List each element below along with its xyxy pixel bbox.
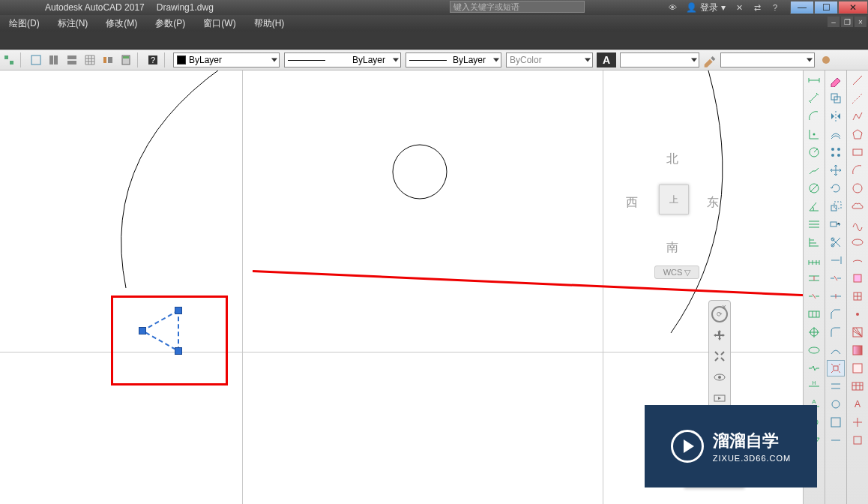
diameter-dim-icon[interactable]: [805, 180, 823, 196]
tool-extra-icon[interactable]: [818, 53, 834, 67]
matchprops-button[interactable]: [702, 52, 718, 68]
join-icon[interactable]: [827, 288, 845, 304]
explode-button[interactable]: [827, 360, 845, 376]
arc-dim-icon[interactable]: [805, 108, 823, 124]
tool-help2-icon[interactable]: ?: [145, 53, 161, 67]
jogged-dim-icon[interactable]: [805, 162, 823, 178]
chamfer-icon[interactable]: [827, 306, 845, 322]
pan-icon[interactable]: [711, 326, 729, 344]
lineweight-dropdown[interactable]: ByLayer: [406, 52, 501, 68]
block-insert-icon[interactable]: [849, 270, 867, 286]
tool-layer-icon[interactable]: [28, 53, 44, 67]
mdi-close-button[interactable]: ×: [855, 16, 867, 27]
array-icon[interactable]: [827, 144, 845, 160]
menu-draw[interactable]: 绘图(D): [0, 17, 49, 30]
offset-icon[interactable]: [827, 126, 845, 142]
stretch-icon[interactable]: [827, 216, 845, 232]
tool-calc-icon[interactable]: [118, 53, 134, 67]
inspect-icon[interactable]: [805, 342, 823, 358]
aligned-dim-icon[interactable]: [805, 90, 823, 106]
binocular-icon[interactable]: 👁: [665, 2, 680, 14]
erase-icon[interactable]: [827, 72, 845, 88]
fillet-icon[interactable]: [827, 324, 845, 340]
pline-icon[interactable]: [849, 108, 867, 124]
angular-dim-icon[interactable]: [805, 198, 823, 214]
tool-layer3-icon[interactable]: [64, 53, 80, 67]
hatch-icon[interactable]: [849, 324, 867, 340]
modify-extra4-icon[interactable]: [827, 432, 845, 448]
mdi-restore-button[interactable]: ❐: [841, 16, 853, 27]
mdi-minimize-button[interactable]: –: [828, 16, 840, 27]
copy-icon[interactable]: [827, 90, 845, 106]
tool-layer2-icon[interactable]: [46, 53, 62, 67]
joggedlinear-icon[interactable]: [805, 360, 823, 376]
viewcube-top[interactable]: 上: [659, 184, 689, 214]
table-icon[interactable]: [849, 378, 867, 394]
menu-window[interactable]: 窗口(W): [194, 17, 244, 30]
scale-icon[interactable]: [827, 198, 845, 214]
modify-extra2-icon[interactable]: [827, 396, 845, 412]
grip-handle[interactable]: [139, 327, 146, 334]
spline-icon[interactable]: [849, 216, 867, 232]
revcloud-icon[interactable]: [849, 198, 867, 214]
block-create-icon[interactable]: [849, 288, 867, 304]
ellipsearc-icon[interactable]: [849, 252, 867, 268]
trim-icon[interactable]: [827, 234, 845, 250]
viewcube-south[interactable]: 南: [666, 240, 678, 256]
viewcube-east[interactable]: 东: [707, 195, 719, 211]
linetype-dropdown[interactable]: ByLayer: [284, 52, 401, 68]
viewcube-west[interactable]: 西: [626, 195, 638, 211]
modify-extra1-icon[interactable]: [827, 378, 845, 394]
wcs-dropdown[interactable]: WCS ▽: [654, 266, 699, 279]
search-input[interactable]: 键入关键字或短语: [450, 1, 585, 13]
x-icon[interactable]: ✕: [732, 2, 747, 14]
arc-icon[interactable]: [849, 162, 867, 178]
window-maximize-button[interactable]: ☐: [814, 1, 838, 14]
linear-dim-icon[interactable]: [805, 72, 823, 88]
ellipse-icon[interactable]: [849, 234, 867, 250]
grip-handle[interactable]: [175, 347, 182, 355]
login-button[interactable]: 👤 登录 ▾: [686, 2, 726, 14]
menu-help[interactable]: 帮助(H): [245, 17, 294, 30]
modify-extra3-icon[interactable]: [827, 414, 845, 430]
ordinate-dim-icon[interactable]: [805, 126, 823, 142]
circle-icon[interactable]: [849, 180, 867, 196]
centermark-icon[interactable]: [805, 324, 823, 340]
tolerance-icon[interactable]: [805, 306, 823, 322]
plotstyle-dropdown[interactable]: ByColor: [506, 52, 593, 68]
tool-flyout-icon[interactable]: [1, 53, 17, 67]
menu-modify[interactable]: 修改(M): [97, 17, 146, 30]
continue-dim-icon[interactable]: [805, 252, 823, 268]
mtext-icon[interactable]: A: [849, 396, 867, 412]
window-close-button[interactable]: ✕: [838, 1, 868, 14]
point-icon[interactable]: [849, 306, 867, 322]
move-icon[interactable]: [827, 162, 845, 178]
navbar-close-icon[interactable]: ×: [720, 302, 729, 311]
tool-props-icon[interactable]: [100, 53, 116, 67]
dimedit-icon[interactable]: H: [805, 378, 823, 394]
viewcube[interactable]: 北 南 西 东 上 WCS ▽: [623, 146, 728, 266]
mirror-icon[interactable]: [827, 108, 845, 124]
menu-dimension[interactable]: 标注(N): [49, 17, 97, 30]
grip-handle[interactable]: [175, 307, 182, 314]
addselected-icon[interactable]: [849, 414, 867, 430]
region-icon[interactable]: [849, 360, 867, 376]
blend-icon[interactable]: [827, 342, 845, 358]
gradient-icon[interactable]: [849, 342, 867, 358]
tablestyle-dropdown[interactable]: [720, 52, 815, 68]
color-dropdown[interactable]: ByLayer: [173, 52, 280, 68]
rotate-icon[interactable]: [827, 180, 845, 196]
draw-extra-icon[interactable]: [849, 432, 867, 448]
help-icon[interactable]: ?: [768, 2, 783, 14]
polygon-icon[interactable]: [849, 126, 867, 142]
tool-grid-icon[interactable]: [82, 53, 98, 67]
radius-dim-icon[interactable]: [805, 144, 823, 160]
baseline-dim-icon[interactable]: [805, 234, 823, 250]
exchange-icon[interactable]: ⇄: [750, 2, 765, 14]
textstyle-button[interactable]: A: [597, 52, 616, 68]
orbit-icon[interactable]: [711, 368, 729, 386]
xline-icon[interactable]: [849, 90, 867, 106]
menu-parametric[interactable]: 参数(P): [146, 17, 194, 30]
extend-icon[interactable]: [827, 252, 845, 268]
zoom-extents-icon[interactable]: [711, 347, 729, 365]
